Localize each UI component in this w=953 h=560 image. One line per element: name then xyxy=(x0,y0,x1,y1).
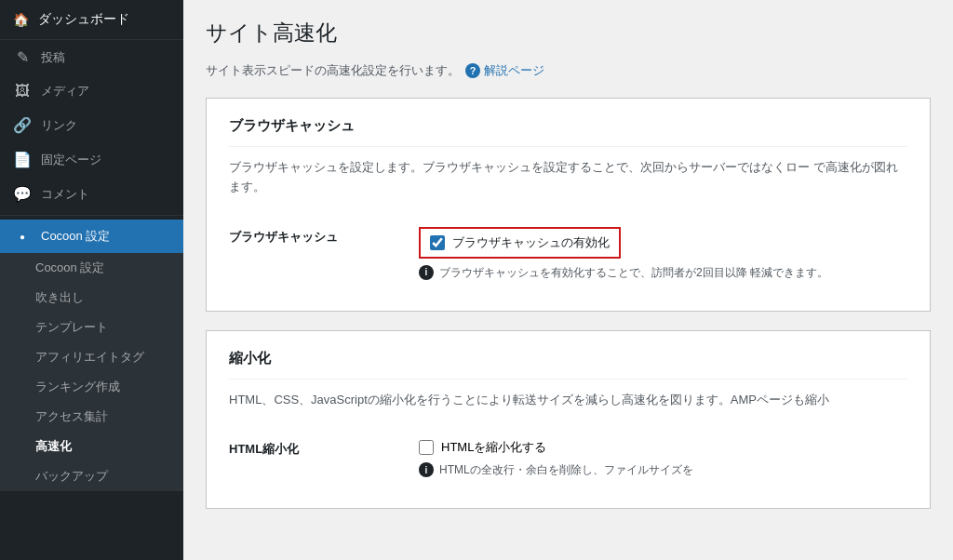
html-minify-hint: i HTMLの全改行・余白を削除し、ファイルサイズを xyxy=(419,461,907,478)
browser-cache-checkbox[interactable] xyxy=(430,235,445,250)
browser-cache-desc: ブラウザキャッシュを設定します。ブラウザキャッシュを設定することで、次回からサー… xyxy=(229,158,907,197)
submenu-ranking[interactable]: ランキング作成 xyxy=(0,372,183,402)
page-title: サイト高速化 xyxy=(206,19,931,47)
posts-icon: ✎ xyxy=(13,48,32,66)
html-minify-checkbox-label: HTMLを縮小化する xyxy=(441,439,546,456)
cocoon-parent-label: Cocoon 設定 xyxy=(41,228,110,245)
browser-cache-checkbox-label: ブラウザキャッシュの有効化 xyxy=(452,234,610,251)
sidebar: 🏠 ダッシュボード ✎ 投稿 🖼 メディア 🔗 リンク 📄 固定ページ 💬 コメ… xyxy=(0,0,183,560)
help-link[interactable]: ? 解説ページ xyxy=(465,62,544,79)
submenu-backup[interactable]: バックアップ xyxy=(0,461,183,491)
page-description: サイト表示スピードの高速化設定を行います。 ? 解説ページ xyxy=(206,62,931,79)
sidebar-label-media: メディア xyxy=(41,83,89,100)
sidebar-item-comments[interactable]: 💬 コメント xyxy=(0,177,183,211)
sidebar-label-posts: 投稿 xyxy=(41,49,65,66)
html-minify-control: HTMLを縮小化する i HTMLの全改行・余白を削除し、ファイルサイズを xyxy=(419,439,907,478)
submenu-fukidashi[interactable]: 吹き出し xyxy=(0,283,183,313)
submenu-template[interactable]: テンプレート xyxy=(0,313,183,342)
html-minify-checkbox[interactable] xyxy=(419,440,434,455)
cocoon-submenu: Cocoon 設定 吹き出し テンプレート アフィリエイトタグ ランキング作成 … xyxy=(0,253,183,491)
browser-cache-label: ブラウザキャッシュ xyxy=(229,227,396,246)
sidebar-cocoon-parent[interactable]: ● Cocoon 設定 xyxy=(0,220,183,253)
sidebar-header: 🏠 ダッシュボード xyxy=(0,0,183,40)
minify-title: 縮小化 xyxy=(229,350,907,380)
browser-cache-hint: i ブラウザキャッシュを有効化することで、訪問者が2回目以降 軽減できます。 xyxy=(419,264,907,281)
sidebar-label-links: リンク xyxy=(41,117,77,134)
help-icon: ? xyxy=(465,63,480,78)
main-content: サイト高速化 サイト表示スピードの高速化設定を行います。 ? 解説ページ ブラウ… xyxy=(183,0,953,560)
browser-cache-row: ブラウザキャッシュ ブラウザキャッシュの有効化 i ブラウザキャッシュを有効化す… xyxy=(229,216,907,292)
links-icon: 🔗 xyxy=(13,116,32,134)
sidebar-label-pages: 固定ページ xyxy=(41,152,101,168)
browser-cache-control: ブラウザキャッシュの有効化 i ブラウザキャッシュを有効化することで、訪問者が2… xyxy=(419,227,907,281)
browser-cache-checkbox-wrapper[interactable]: ブラウザキャッシュの有効化 xyxy=(419,227,621,259)
browser-cache-section: ブラウザキャッシュ ブラウザキャッシュを設定します。ブラウザキャッシュを設定する… xyxy=(206,98,931,312)
cocoon-dot-icon: ● xyxy=(13,232,32,242)
submenu-affiliate[interactable]: アフィリエイトタグ xyxy=(0,342,183,372)
html-minify-label: HTML縮小化 xyxy=(229,439,396,458)
sidebar-label-comments: コメント xyxy=(41,186,89,203)
info-icon-2: i xyxy=(419,462,434,477)
comments-icon: 💬 xyxy=(13,185,32,203)
submenu-speed[interactable]: 高速化 xyxy=(0,432,183,461)
dashboard-icon: 🏠 xyxy=(13,12,29,27)
media-icon: 🖼 xyxy=(13,83,32,100)
sidebar-item-pages[interactable]: 📄 固定ページ xyxy=(0,142,183,177)
minify-section: 縮小化 HTML、CSS、JavaScriptの縮小化を行うことにより転送サイズ… xyxy=(206,330,931,510)
sidebar-item-media[interactable]: 🖼 メディア xyxy=(0,74,183,108)
sidebar-item-posts[interactable]: ✎ 投稿 xyxy=(0,40,183,74)
minify-desc: HTML、CSS、JavaScriptの縮小化を行うことにより転送サイズを減らし… xyxy=(229,391,907,410)
pages-icon: 📄 xyxy=(13,151,32,168)
info-icon: i xyxy=(419,265,434,280)
sidebar-item-links[interactable]: 🔗 リンク xyxy=(0,108,183,142)
submenu-cocoon-settings[interactable]: Cocoon 設定 xyxy=(0,253,183,283)
submenu-access[interactable]: アクセス集計 xyxy=(0,402,183,432)
sidebar-title: ダッシュボード xyxy=(38,11,129,28)
html-minify-row: HTML縮小化 HTMLを縮小化する i HTMLの全改行・余白を削除し、ファイ… xyxy=(229,428,907,489)
browser-cache-title: ブラウザキャッシュ xyxy=(229,117,907,147)
html-checkbox-row: HTMLを縮小化する xyxy=(419,439,907,456)
